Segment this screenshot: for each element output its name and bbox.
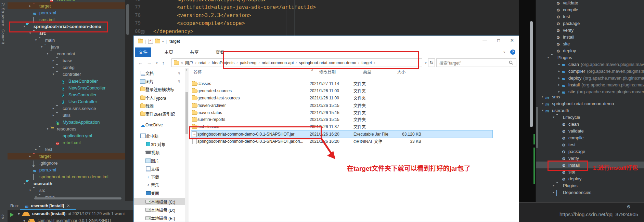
chevron-right-icon[interactable]: ▸ (552, 191, 556, 194)
refresh-icon[interactable]: ↻ (428, 58, 435, 67)
tree-item--gitignore[interactable]: .gitignore (8, 159, 125, 166)
chevron-down-icon[interactable]: ▾ (22, 182, 26, 185)
tree-item-pom-xml[interactable]: mpom.xml (8, 166, 125, 173)
file-row-5[interactable]: maven-status2021/1/26 15:15文件夹 (191, 109, 492, 116)
maven-item-validate[interactable]: ⚙validate (536, 0, 644, 6)
breadcrumb-item-nriat[interactable]: nriat (198, 60, 206, 65)
maven-item-test[interactable]: ⚙test (536, 13, 644, 20)
file-row-2[interactable]: generated-sources2021/1/26 11:00文件夹 (191, 87, 492, 94)
file-row-1[interactable]: classes2021/1/27 11:14文件夹 (191, 80, 492, 87)
forward-icon[interactable]: → (147, 60, 152, 66)
maven-item-package[interactable]: ⚙package (536, 20, 644, 27)
maven-item-dependencies[interactable]: ▸Dependencies (536, 189, 644, 196)
run-console-row[interactable]: ▾com.nrait:userauth:jar:0.0.1-SNAPSHOT (23, 218, 112, 222)
file-row-8[interactable]: ☕springboot-nriat-common-demo-0.0.1-SNAP… (191, 130, 492, 138)
maven-scrollbar[interactable] (536, 107, 538, 148)
chevron-down-icon[interactable]: ▾ (51, 72, 55, 76)
chevron-right-icon[interactable]: ▸ (51, 66, 55, 69)
tree-item-pom-xml[interactable]: mpom.xml (8, 9, 125, 16)
tree-item-userauth[interactable]: ▾userauth (8, 180, 125, 187)
file-row-9[interactable]: springboot-nriat-common-demo-0.0.1-SNAPS… (191, 138, 492, 145)
maven-item-verify[interactable]: ⚙verify (536, 27, 644, 33)
breadcrumb-separator-icon[interactable]: › (236, 61, 237, 65)
chevron-down-icon[interactable]: ▾ (18, 211, 20, 216)
chevron-right-icon[interactable]: ▸ (541, 95, 545, 98)
sidebar-item-onedrive[interactable]: ☁OneDrive (134, 121, 185, 129)
sort-arrow-icon[interactable]: ∧ (311, 68, 313, 71)
column-header-4[interactable]: 大小 (397, 69, 405, 74)
tree-item-test[interactable]: ▸test (8, 146, 125, 153)
ribbon-tab-共享[interactable]: 共享 (186, 47, 203, 57)
tool-strip-label-cut[interactable]: es (1, 214, 5, 219)
breadcrumb-item-nriat-common-api[interactable]: nriat-common-api (262, 60, 294, 65)
maven-item-plugins[interactable]: ▾Plugins (536, 54, 644, 61)
tree-item-base[interactable]: ▸base (8, 57, 125, 64)
sidebar-item--[interactable]: 图片✎ (134, 78, 185, 85)
tree-item-mybatisapplication[interactable]: CMybatisApplication (8, 119, 125, 125)
up-icon[interactable]: ↑ (162, 60, 165, 66)
sidebar-item--[interactable]: 此电脑 (134, 132, 185, 140)
tree-item-main[interactable]: ▾main (8, 37, 125, 43)
breadcrumb-item-IdeaProjects[interactable]: IdeaProjects (212, 60, 235, 65)
ribbon-tab-查看[interactable]: 查看 (212, 47, 228, 57)
tree-item-target[interactable]: ▸target (8, 153, 125, 159)
file-row-6[interactable]: surefire-reports2021/1/26 15:15文件夹 (191, 116, 492, 123)
chevron-down-icon[interactable]: ▾ (552, 115, 556, 119)
quick-access-dropdown-icon[interactable]: ▾ (162, 40, 164, 43)
maven-item-install[interactable]: ▸minstall(org.apache.maven.plugins:maven… (536, 81, 644, 88)
chevron-right-icon[interactable]: ▸ (557, 63, 561, 66)
sidebar-item--typora[interactable]: 个人Typora (134, 94, 185, 101)
breadcrumb-separator-icon[interactable]: › (195, 61, 196, 65)
chevron-right-icon[interactable]: ▸ (557, 76, 561, 80)
maven-item-verify[interactable]: ⚙verify (536, 155, 644, 162)
chevron-down-icon[interactable]: ▾ (46, 52, 50, 55)
chevron-down-icon[interactable]: ▾ (46, 127, 50, 130)
maximize-button[interactable]: □ (497, 38, 500, 43)
tree-item-target[interactable]: ▸target (8, 2, 125, 9)
maven-item-deploy[interactable]: ▸mdeploy(org.apache.maven.plugins:mave (536, 74, 644, 81)
sidebar-item--26es-[interactable]: 南洋26es索引配 (134, 110, 185, 117)
tree-item-newsmscontroller[interactable]: CNewSmsController (8, 84, 125, 91)
fold-marker-icon[interactable] (141, 30, 144, 34)
chevron-right-icon[interactable]: ▸ (557, 69, 561, 73)
sidebar-item--[interactable]: ↓下载 (134, 173, 185, 181)
tree-item-controller[interactable]: ▾controller (8, 71, 125, 78)
maven-item-compiler[interactable]: ▸mcompiler(org.apache.maven.plugins:ma (536, 68, 644, 74)
tree-item-main[interactable]: ▾main (8, 194, 125, 200)
quick-access-folder-icon[interactable] (155, 39, 160, 43)
chevron-down-icon[interactable]: ▾ (541, 109, 545, 112)
settings-gear-icon[interactable]: ⚙ (627, 204, 631, 209)
tree-item-config[interactable]: ▸config (8, 64, 125, 71)
tree-item-com-nriat[interactable]: ▾com.nriat (8, 50, 125, 57)
chevron-right-icon[interactable]: ▸ (557, 90, 561, 93)
sidebar-item--e-[interactable]: 本地磁盘 (E:) (134, 214, 185, 222)
chevron-down-icon[interactable]: ▾ (23, 218, 25, 222)
breadcrumb-separator-icon[interactable]: › (358, 61, 359, 65)
minimize-button[interactable]: — (482, 38, 487, 43)
chevron-right-icon[interactable]: ▸ (557, 83, 561, 86)
tree-item-resources[interactable]: ▾resources (8, 125, 125, 132)
address-dropdown-icon[interactable]: ∨ (425, 61, 427, 65)
ribbon-collapse-icon[interactable]: ∨ (503, 51, 505, 54)
help-icon[interactable]: ? (510, 50, 515, 55)
chevron-right-icon[interactable]: ▸ (51, 107, 55, 110)
scroll-up-icon[interactable]: ∧ (185, 69, 188, 72)
sidebar-item--[interactable]: 桌面 (134, 189, 185, 197)
breadcrumb-item-用户[interactable]: 用户 (185, 60, 193, 66)
run-tab-close-icon[interactable]: ✕ (67, 204, 70, 208)
breadcrumb-item-springboot-nriat-common-demo[interactable]: springboot-nriat-common-demo (299, 60, 356, 65)
sidebar-item--[interactable]: ♪音乐 (134, 181, 185, 189)
history-dropdown-icon[interactable]: ∨ (156, 61, 158, 65)
maven-item-springboot-nriat-common-demo[interactable]: ▸mspringboot-nriat-common-demo (536, 100, 644, 107)
column-header-1[interactable]: 名称 (193, 69, 202, 74)
tree-item-sms-iml[interactable]: sms.iml (8, 16, 125, 23)
breadcrumb-separator-icon[interactable]: › (208, 61, 209, 65)
maven-item-validate[interactable]: ⚙validate (536, 127, 644, 134)
maven-item-test[interactable]: ⚙test (536, 141, 644, 148)
breadcrumb-item-paisheng[interactable]: paisheng (240, 60, 257, 65)
tree-item-utils[interactable]: ▸utils (8, 112, 125, 119)
code-editor[interactable]: 76<groupId>com.aliyun</groupId>77<artifa… (125, 0, 519, 36)
explorer-title-bar[interactable]: | ▾ | target — □ ✕ (134, 36, 519, 47)
chevron-right-icon[interactable]: ▸ (552, 184, 556, 187)
sidebar-item--[interactable]: 视频 (134, 149, 185, 156)
